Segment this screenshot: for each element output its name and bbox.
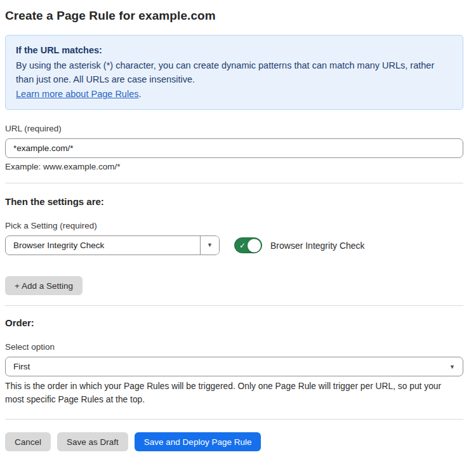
pick-setting-label: Pick a Setting (required) [5, 221, 463, 230]
save-deploy-button[interactable]: Save and Deploy Page Rule [135, 432, 261, 451]
settings-section-heading: Then the settings are: [5, 196, 463, 207]
order-select-value: First [13, 362, 30, 371]
url-helper-text: Example: www.example.com/* [5, 162, 463, 171]
url-match-info-box: If the URL matches: By using the asteris… [5, 35, 463, 110]
section-divider [5, 183, 463, 183]
browser-integrity-toggle[interactable]: ✓ [234, 237, 262, 253]
cancel-button[interactable]: Cancel [5, 432, 51, 451]
learn-more-link[interactable]: Learn more about Page Rules [16, 89, 138, 99]
section-divider [5, 419, 463, 420]
setting-picker-combobox[interactable]: Browser Integrity Check ▼ [5, 235, 220, 255]
page-title: Create a Page Rule for example.com [5, 8, 463, 23]
setting-row: Browser Integrity Check ▼ ✓ Browser Inte… [5, 235, 463, 255]
footer-buttons: Cancel Save as Draft Save and Deploy Pag… [5, 432, 463, 451]
url-input[interactable] [5, 138, 463, 158]
info-box-link-line: Learn more about Page Rules. [16, 87, 453, 101]
check-icon: ✓ [239, 241, 246, 249]
toggle-knob [248, 239, 261, 252]
create-page-rule-form: Create a Page Rule for example.com If th… [0, 0, 476, 457]
url-label: URL (required) [5, 124, 463, 133]
add-setting-button[interactable]: + Add a Setting [5, 276, 83, 295]
link-suffix: . [138, 89, 141, 99]
setting-picker-value: Browser Integrity Check [6, 236, 200, 255]
order-help-text: This is the order in which your Page Rul… [5, 380, 457, 406]
info-box-body: By using the asterisk (*) character, you… [16, 58, 447, 86]
toggle-group: ✓ Browser Integrity Check [234, 237, 365, 253]
setting-picker-arrow-button[interactable]: ▼ [200, 236, 219, 255]
order-select-label: Select option [5, 342, 463, 352]
info-box-heading: If the URL matches: [16, 43, 453, 57]
chevron-down-icon: ▼ [449, 364, 455, 369]
order-section-heading: Order: [5, 317, 463, 328]
chevron-down-icon: ▼ [207, 242, 213, 248]
order-select[interactable]: First ▼ [5, 357, 463, 376]
toggle-label: Browser Integrity Check [270, 241, 365, 251]
save-draft-button[interactable]: Save as Draft [57, 432, 128, 451]
section-divider [5, 305, 463, 306]
